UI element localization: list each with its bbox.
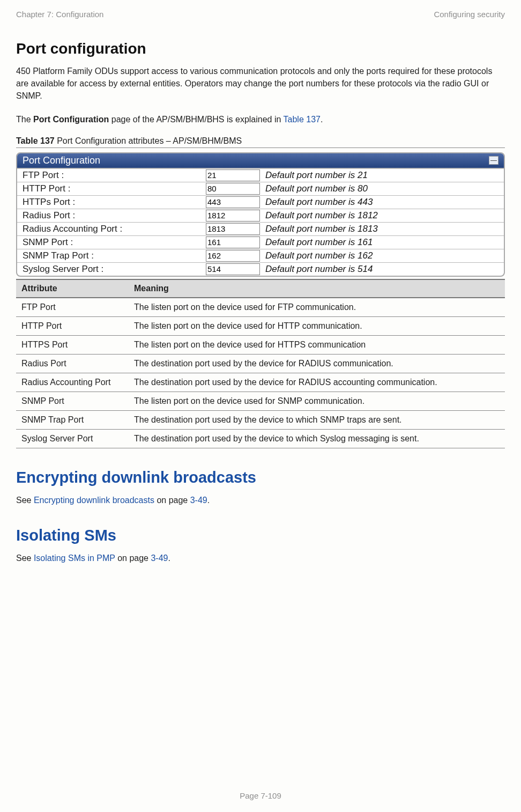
field-note: Default port number is 162	[261, 249, 377, 262]
panel-row: HTTPs Port : Default port number is 443	[17, 195, 504, 209]
cell-meaning: The listen port on the device used for F…	[129, 298, 505, 317]
panel-header: Port Configuration —	[17, 153, 504, 168]
heading-isolating-sms: Isolating SMs	[16, 527, 505, 544]
cell-meaning: The listen port on the device used for H…	[129, 335, 505, 354]
attribute-table: Attribute Meaning FTP PortThe listen por…	[16, 279, 505, 448]
field-note: Default port number is 80	[261, 182, 372, 195]
field-note: Default port number is 514	[261, 263, 377, 276]
table-row: Radius Accounting PortThe destination po…	[16, 373, 505, 392]
text: .	[168, 553, 170, 563]
field-label: FTP Port :	[17, 169, 205, 182]
table-row: HTTPS PortThe listen port on the device …	[16, 335, 505, 354]
panel-title: Port Configuration	[23, 155, 100, 166]
field-input-cell	[205, 263, 261, 276]
field-input-cell	[205, 249, 261, 262]
caption-bold: Table 137	[16, 136, 55, 145]
field-note: Default port number is 1813	[261, 223, 382, 235]
panel-row: SNMP Trap Port : Default port number is …	[17, 249, 504, 262]
text: .	[207, 496, 210, 505]
table-reference-link[interactable]: Table 137	[284, 115, 321, 124]
panel-row: Radius Port : Default port number is 181…	[17, 209, 504, 222]
field-label: HTTPs Port :	[17, 196, 205, 209]
table-row: SNMP PortThe listen port on the device u…	[16, 392, 505, 410]
text: on page	[154, 496, 190, 505]
field-input-cell	[205, 209, 261, 222]
field-label: Syslog Server Port :	[17, 263, 205, 276]
snmp-port-input[interactable]	[206, 237, 260, 248]
panel-row: HTTP Port : Default port number is 80	[17, 182, 504, 195]
cell-attr: Radius Accounting Port	[16, 373, 129, 392]
table-header-row: Attribute Meaning	[16, 279, 505, 298]
text: .	[321, 115, 323, 124]
field-note: Default port number is 21	[261, 169, 372, 182]
cell-meaning: The listen port on the device used for S…	[129, 392, 505, 410]
cell-attr: FTP Port	[16, 298, 129, 317]
page-header: Chapter 7: Configuration Configuring sec…	[16, 10, 505, 19]
page-reference-link[interactable]: 3-49	[151, 553, 168, 563]
field-note: Default port number is 1812	[261, 209, 382, 222]
text: The	[16, 115, 33, 124]
panel-row: Radius Accounting Port : Default port nu…	[17, 222, 504, 235]
page-reference-link[interactable]: 3-49	[190, 496, 207, 505]
field-input-cell	[205, 182, 261, 195]
panel-row: SNMP Port : Default port number is 161	[17, 235, 504, 249]
panel-row: Syslog Server Port : Default port number…	[17, 262, 504, 276]
table-row: Radius PortThe destination port used by …	[16, 354, 505, 373]
see-paragraph: See Encrypting downlink broadcasts on pa…	[16, 494, 505, 506]
caption-rule	[16, 147, 505, 148]
syslog-server-port-input[interactable]	[206, 263, 260, 275]
port-configuration-panel: Port Configuration — FTP Port : Default …	[16, 152, 505, 277]
header-meaning: Meaning	[129, 279, 505, 298]
field-label: SNMP Trap Port :	[17, 249, 205, 262]
field-note: Default port number is 443	[261, 196, 377, 209]
page-footer: Page 7-109	[0, 791, 521, 800]
panel-row: FTP Port : Default port number is 21	[17, 168, 504, 182]
table-row: SNMP Trap PortThe destination port used …	[16, 410, 505, 429]
text: See	[16, 496, 34, 505]
https-port-input[interactable]	[206, 196, 260, 208]
cell-attr: HTTPS Port	[16, 335, 129, 354]
table-row: FTP PortThe listen port on the device us…	[16, 298, 505, 317]
header-right: Configuring security	[434, 10, 505, 19]
http-port-input[interactable]	[206, 183, 260, 195]
field-input-cell	[205, 223, 261, 235]
ftp-port-input[interactable]	[206, 169, 260, 181]
text: See	[16, 553, 34, 563]
field-label: HTTP Port :	[17, 182, 205, 195]
field-label: SNMP Port :	[17, 236, 205, 249]
caption-rest: Port Configuration attributes – AP/SM/BH…	[55, 136, 242, 145]
cell-attr: SNMP Port	[16, 392, 129, 410]
text: page of the AP/SM/BHM/BHS is explained i…	[109, 115, 283, 124]
cell-attr: HTTP Port	[16, 316, 129, 335]
field-input-cell	[205, 196, 261, 209]
cell-attr: Radius Port	[16, 354, 129, 373]
see-paragraph: See Isolating SMs in PMP on page 3-49.	[16, 552, 505, 564]
heading-encrypting-downlink: Encrypting downlink broadcasts	[16, 469, 505, 486]
field-label: Radius Accounting Port :	[17, 223, 205, 235]
heading-port-configuration: Port configuration	[16, 40, 505, 57]
cell-meaning: The destination port used by the device …	[129, 410, 505, 429]
field-input-cell	[205, 169, 261, 182]
cell-meaning: The destination port used by the device …	[129, 354, 505, 373]
radius-port-input[interactable]	[206, 210, 260, 222]
collapse-icon[interactable]: —	[489, 156, 498, 165]
text-bold: Port Configuration	[33, 115, 109, 124]
intro-paragraph: 450 Platform Family ODUs support access …	[16, 65, 505, 102]
table-row: Syslog Server PortThe destination port u…	[16, 429, 505, 448]
cross-reference-link[interactable]: Encrypting downlink broadcasts	[34, 496, 154, 505]
field-note: Default port number is 161	[261, 236, 377, 249]
header-left: Chapter 7: Configuration	[16, 10, 103, 19]
cross-reference-link[interactable]: Isolating SMs in PMP	[34, 553, 115, 563]
cell-meaning: The destination port used by the device …	[129, 373, 505, 392]
cell-attr: SNMP Trap Port	[16, 410, 129, 429]
header-attribute: Attribute	[16, 279, 129, 298]
radius-accounting-port-input[interactable]	[206, 223, 260, 235]
field-input-cell	[205, 236, 261, 249]
cell-meaning: The listen port on the device used for H…	[129, 316, 505, 335]
cell-attr: Syslog Server Port	[16, 429, 129, 448]
field-label: Radius Port :	[17, 209, 205, 222]
snmp-trap-port-input[interactable]	[206, 250, 260, 262]
table-row: HTTP PortThe listen port on the device u…	[16, 316, 505, 335]
table-caption: Table 137 Port Configuration attributes …	[16, 136, 505, 146]
text: on page	[115, 553, 151, 563]
